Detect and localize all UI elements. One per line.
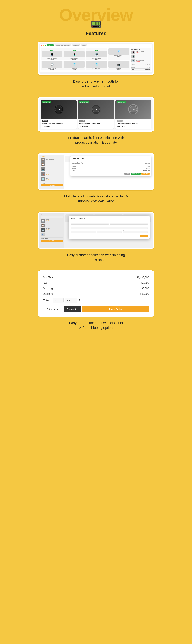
product-card-5[interactable]: 👕 Gerber: Baby G... $15,000 bbox=[63, 61, 85, 70]
order-img-2: 💻 bbox=[131, 59, 135, 62]
ss4-right-panel: ⌚ ⌚ ⌚ Shipping Address First Name bbox=[64, 213, 153, 248]
product-name-5: Gerber: Baby G... bbox=[64, 68, 85, 69]
ss4-city-input[interactable] bbox=[71, 231, 96, 233]
ss4-place-btn[interactable]: Place Order bbox=[40, 240, 63, 242]
dot-green bbox=[45, 45, 46, 46]
shipping-row: Shipping $20,000 bbox=[131, 67, 150, 68]
ss4-address-group: Address bbox=[71, 226, 148, 229]
product-card-4[interactable]: ⌚ Fossil Men's Grant Stai... $18,000 bbox=[41, 61, 63, 70]
product-name-0: OnePlus 7 pro (256GB 8... bbox=[42, 58, 62, 59]
feature-1-screenshot: New Order Search for Product Name/Barcod… bbox=[37, 41, 155, 76]
ss2-card-silver[interactable]: In stock : 500 Silver Men's Machine Stai… bbox=[116, 100, 151, 129]
place-order-btn[interactable]: Place Order bbox=[141, 173, 150, 175]
order-img-0: 📱 bbox=[131, 50, 135, 54]
order-info-0: OnePlus 7 pro (256GB... $440,000 bbox=[136, 51, 150, 53]
product-img-4: ⌚ bbox=[42, 61, 62, 68]
subtotal-row: Sub Total $1,090,000 bbox=[131, 64, 150, 65]
ss5-container: Sub Total $1,430,000 Tax $0.000 Shipping… bbox=[39, 272, 153, 316]
ss3-left-img-0: ⌚ bbox=[40, 158, 45, 162]
card-name-2: Men's Machine Stainles... bbox=[116, 122, 151, 125]
feature-4-screenshot: 🛒 ShopS... ⌚ Men's Watch$440,000 ⌚ Men's… bbox=[37, 212, 155, 249]
order-row-2: 💻 Dell 3700 Gaming 2020 $615,000 bbox=[131, 59, 150, 63]
product-img-6: 👕 bbox=[86, 61, 107, 68]
feature-4-caption: Easy customer selection with shipping ad… bbox=[67, 253, 125, 262]
modal-row-0: OnePlus 7 proQty: 1$440,000 bbox=[72, 162, 150, 162]
ss2-card-gray[interactable]: In stock : 500 Gray Men's Machine Stainl… bbox=[78, 100, 114, 129]
feature-5-block: Sub Total $1,430,000 Tax $0.000 Shipping… bbox=[37, 270, 155, 330]
place-order-label: Place Order bbox=[109, 308, 122, 310]
ss3-left-info-3: Jewelry$15,000 bbox=[46, 173, 49, 175]
dot-yellow bbox=[43, 45, 44, 46]
ss5-discount-value: $30,000 bbox=[140, 292, 149, 295]
ss5-discount-input[interactable] bbox=[53, 298, 64, 303]
ss3-item-2: 💻 Dell Gaming 2020$615,000 bbox=[40, 167, 63, 171]
ss4-search-bar[interactable] bbox=[40, 216, 63, 218]
ss1-main: New 📱 OnePlus 7 pro (256GB 8... $440,000… bbox=[40, 47, 152, 72]
order-info-2: Dell 3700 Gaming 2020 $615,000 bbox=[136, 60, 150, 62]
ss5-discount-row: Discount $30,000 bbox=[43, 291, 149, 297]
product-img-0: 📱 bbox=[42, 51, 62, 58]
confirm-btn[interactable]: Continue Next bbox=[131, 173, 140, 175]
ss3-place-btn[interactable]: Place Order bbox=[40, 184, 63, 186]
discount-button[interactable]: Discount ^ bbox=[64, 306, 81, 312]
stock-badge-2: In stock : 500 bbox=[117, 101, 126, 103]
ss3-total-label: Total: $1,465,000 bbox=[40, 182, 63, 184]
new-order-btn[interactable]: New Order bbox=[47, 44, 54, 46]
ss4-firstname-label: First Name bbox=[71, 222, 109, 222]
ss4-state-input[interactable] bbox=[97, 231, 122, 233]
ss4-prod-img-1: ⌚ bbox=[40, 224, 45, 228]
ss3-item-1: ⌚ Men's Watch Gray$380,000 bbox=[40, 162, 63, 166]
dot-red bbox=[41, 45, 42, 46]
ss4-lastname-input[interactable] bbox=[110, 223, 148, 224]
ss5-tax-value: $0.000 bbox=[141, 282, 149, 284]
filter-category[interactable]: All Categories bbox=[72, 44, 80, 46]
ss5-flat-input[interactable] bbox=[65, 298, 77, 303]
ss5-zero-value: 0 bbox=[79, 299, 80, 302]
ss3-left-img-3: 📿 bbox=[40, 172, 45, 176]
ss4-prod-0: ⌚ Men's Watch$440,000 bbox=[40, 219, 63, 223]
ss4-address-input[interactable] bbox=[71, 227, 148, 229]
feature-3-screenshot: 🛒 ShopS... ⌚ Men's Watch Black$440,000 ⌚… bbox=[37, 153, 155, 190]
discount-btn-label: Discount ^ bbox=[67, 308, 78, 310]
ss4-zip-input[interactable] bbox=[123, 231, 148, 233]
ss5-shipping-label: Shipping bbox=[43, 287, 53, 290]
modal-row-3: Shipping$20,000 bbox=[72, 166, 150, 167]
ss4-submit-btn[interactable]: Submit bbox=[140, 234, 148, 237]
ss3-left-info-4: Shirt$15,000 bbox=[46, 178, 49, 180]
ss4-prod-img-0: ⌚ bbox=[40, 219, 45, 223]
product-card-6[interactable]: 👕 Gildan Men's Crew T-S... $15,000 bbox=[86, 61, 107, 70]
ss4-search bbox=[40, 216, 63, 218]
ss4-prod-1: ⌚ Men's Watch Gray$380,000 bbox=[40, 224, 63, 228]
feature-3-block: 🛒 ShopS... ⌚ Men's Watch Black$440,000 ⌚… bbox=[37, 153, 155, 204]
product-badge-0: New bbox=[50, 50, 53, 51]
product-name-3: Wholesaler Jewelry Nec... bbox=[108, 55, 129, 56]
modal-row-4: Discount-$30,000 bbox=[72, 168, 150, 169]
ss4-prod-info-3: Shirt$15,000 bbox=[46, 232, 48, 236]
place-order-button[interactable]: Place Order bbox=[82, 306, 149, 312]
ss4-prod-2: 💻 Dell Gaming$615,000 bbox=[40, 228, 63, 232]
product-img-3: 💎 bbox=[108, 48, 129, 55]
order-row-1: 📱 OnePlus 5G 256GB... $415,000 bbox=[131, 55, 150, 59]
product-card-0[interactable]: New 📱 OnePlus 7 pro (256GB 8... $440,000 bbox=[41, 48, 63, 60]
product-card-2[interactable]: New 💻 Dell 3700 Gaming 2020 $615,000 bbox=[86, 48, 107, 60]
feature-2-caption: Product search, filter & selection with … bbox=[68, 136, 124, 145]
ss2-card-black[interactable]: In stock : 499 Black Men's Machine Stain… bbox=[41, 100, 76, 129]
sidebar-title: Added Customer bbox=[131, 49, 150, 50]
product-card-7[interactable]: 📷 Vignette (Dr Pi... $15,000 bbox=[108, 61, 130, 70]
ss4-prod-3: 👗 Shirt$15,000 bbox=[40, 232, 63, 236]
ss4-form-row-1: Address bbox=[71, 226, 148, 229]
product-price-3: $15,000 bbox=[108, 56, 129, 57]
order-price-0: $440,000 bbox=[136, 52, 150, 53]
shipping-button[interactable]: Shipping ▲ bbox=[43, 306, 62, 312]
modal-btns: Cancel Continue Next Place Order bbox=[72, 173, 150, 175]
product-card-3[interactable]: 💎 Wholesaler Jewelry Nec... $15,000 bbox=[108, 48, 130, 60]
product-name-1: OnePlus 5G 256GB... bbox=[64, 58, 85, 59]
ss5-shipping-value: $0.000 bbox=[141, 287, 149, 290]
cancel-btn[interactable]: Cancel bbox=[124, 173, 130, 175]
filter-brand[interactable]: All Brands bbox=[81, 44, 87, 46]
feature-2-screenshot: In stock : 499 Black Men's Machine Stain… bbox=[37, 96, 155, 132]
ss3-right-panel: ⌚ ⌚ ⌚ Order Summary OnePlus 7 proQty: 1$… bbox=[64, 154, 153, 189]
ss4-firstname-input[interactable] bbox=[71, 223, 109, 224]
filter-search[interactable]: Search for Product Name/Barcode bbox=[54, 44, 71, 46]
product-card-1[interactable]: New 📱 OnePlus 5G 256GB... $415,000 bbox=[63, 48, 85, 60]
